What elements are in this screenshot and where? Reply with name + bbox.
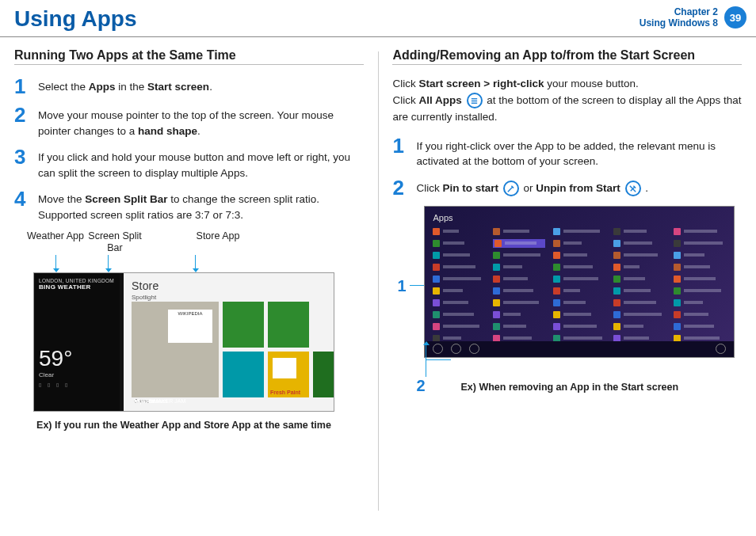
app-label [503, 336, 532, 340]
app-item[interactable] [674, 322, 726, 331]
app-item[interactable] [493, 298, 545, 307]
app-icon [674, 287, 681, 295]
app-icon [433, 252, 440, 259]
app-item[interactable] [433, 287, 485, 295]
app-item[interactable] [433, 227, 485, 236]
tile-toptree[interactable]: Top tree [268, 302, 309, 348]
label-store: Store App [182, 230, 254, 253]
tile-music[interactable]: MUSIC MAKER JAM [223, 352, 264, 397]
unpin-icon [625, 181, 641, 196]
apps-column [553, 227, 605, 355]
callout-2-line-h [426, 359, 451, 360]
app-item[interactable] [674, 239, 726, 248]
step-body: Select the Apps in the Start screen. [38, 76, 364, 95]
app-label [684, 289, 721, 292]
app-item[interactable] [674, 251, 726, 260]
app-icon [613, 323, 620, 330]
app-icon [553, 287, 560, 295]
weather-condition: Clear [39, 371, 115, 378]
column-divider [378, 51, 379, 511]
label-splitbar: Screen Split Bar [87, 230, 143, 253]
app-item[interactable] [493, 322, 545, 331]
app-item[interactable] [674, 263, 726, 272]
app-item[interactable] [553, 227, 605, 236]
app-label [443, 277, 481, 280]
app-icon [613, 276, 620, 283]
app-item[interactable] [433, 251, 485, 260]
app-label [443, 230, 459, 233]
app-item[interactable] [553, 275, 605, 283]
app-label [624, 241, 652, 245]
apps-screen: Apps [424, 206, 735, 358]
app-item[interactable] [674, 310, 726, 319]
app-item[interactable] [553, 322, 605, 331]
app-item[interactable] [613, 239, 666, 248]
step-body: If you right-click over the App to be ad… [416, 135, 742, 169]
app-item[interactable] [553, 287, 605, 295]
app-label [443, 289, 463, 292]
app-item[interactable] [433, 310, 485, 319]
app-item[interactable] [613, 251, 666, 260]
app-item[interactable] [433, 263, 485, 272]
app-label [443, 265, 475, 268]
app-item[interactable] [493, 251, 545, 260]
app-item[interactable] [433, 322, 485, 331]
app-item[interactable] [613, 227, 666, 236]
store-tiles: WIKIPEDIA All stars Top tree Game MUSIC … [132, 302, 334, 406]
tile-spotlight-big[interactable]: WIKIPEDIA [132, 302, 219, 397]
app-item[interactable] [493, 310, 545, 319]
app-item[interactable] [433, 275, 485, 283]
bar-button[interactable] [716, 344, 726, 354]
apps-screen-title: Apps [433, 213, 726, 222]
tile-new[interactable]: New releases [313, 352, 334, 397]
app-item[interactable] [493, 263, 545, 272]
app-label [624, 253, 658, 257]
chapter-line1: Chapter 2 [640, 6, 718, 17]
bar-button[interactable] [451, 344, 461, 354]
app-item[interactable] [493, 275, 545, 283]
app-item[interactable] [613, 310, 666, 319]
left-step-3: 3 If you click and hold your mouse butto… [14, 146, 364, 181]
step-number: 4 [14, 188, 30, 209]
right-section-title: Adding/Removing an App to/from the Start… [392, 48, 742, 65]
app-label [503, 230, 529, 233]
app-item[interactable] [493, 227, 545, 236]
app-item[interactable] [613, 275, 666, 283]
app-item[interactable] [674, 227, 726, 236]
app-label [624, 325, 643, 328]
app-item[interactable] [493, 287, 545, 295]
step-body: If you click and hold your mouse button … [38, 146, 364, 181]
app-item[interactable] [553, 263, 605, 272]
left-step-1: 1 Select the Apps in the Start screen. [14, 76, 364, 97]
app-item[interactable] [553, 239, 605, 248]
app-item[interactable] [613, 298, 666, 307]
app-label [503, 277, 528, 280]
app-item[interactable] [613, 287, 666, 295]
app-item[interactable] [433, 239, 485, 248]
store-title: Store [132, 279, 326, 292]
store-app-pane: Store Spotlight WIKIPEDIA All stars Top … [124, 273, 334, 411]
bar-button[interactable] [469, 344, 479, 354]
tile-allstars[interactable]: All stars [223, 302, 264, 348]
app-item[interactable] [674, 287, 726, 295]
app-label [684, 253, 704, 257]
app-item[interactable] [674, 275, 726, 283]
app-item[interactable] [674, 298, 726, 307]
app-item[interactable] [613, 322, 666, 331]
app-item[interactable] [613, 263, 666, 272]
weather-temp: 59° [39, 346, 115, 371]
left-figure-caption: Ex) If you run the Weather App and Store… [33, 420, 334, 431]
app-item[interactable] [433, 298, 485, 307]
app-label [443, 325, 479, 328]
app-item[interactable] [493, 239, 545, 248]
app-icon [493, 311, 500, 318]
app-icon [613, 264, 620, 271]
app-item[interactable] [553, 298, 605, 307]
tile-freshpaint[interactable]: Fresh Paint [268, 352, 309, 397]
app-icon [613, 299, 620, 306]
app-item[interactable] [553, 251, 605, 260]
bar-button[interactable] [433, 344, 443, 354]
app-item[interactable] [553, 310, 605, 319]
app-icon [433, 276, 440, 283]
app-icon [613, 240, 620, 247]
